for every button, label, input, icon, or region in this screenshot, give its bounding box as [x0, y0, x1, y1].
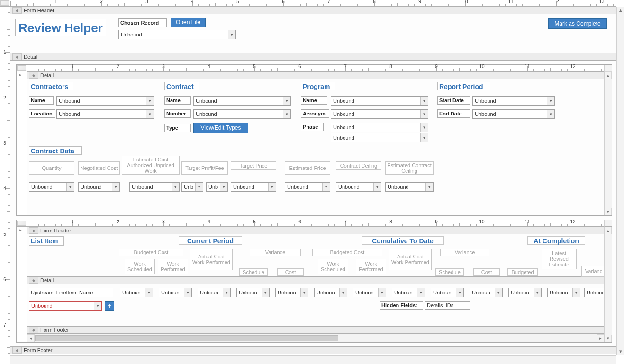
- chevron-down-icon[interactable]: [420, 110, 428, 118]
- scrollbar-down-arrow[interactable]: ▾: [605, 208, 612, 215]
- chevron-down-icon[interactable]: [145, 288, 153, 297]
- nested-subform[interactable]: 12345678910111213 Form Header List Item: [16, 220, 612, 343]
- chevron-down-icon[interactable]: [300, 288, 308, 297]
- cd-target-profit-combo-a[interactable]: Unb: [181, 182, 203, 192]
- variance-col[interactable]: Varianc: [581, 266, 606, 277]
- chevron-down-icon[interactable]: [456, 288, 463, 297]
- contract-name-label[interactable]: Name: [164, 96, 191, 105]
- report-period-heading[interactable]: Report Period: [437, 82, 490, 90]
- col-negotiated-cost[interactable]: Negotiated Cost: [78, 161, 120, 175]
- contract-heading[interactable]: Contract: [164, 82, 199, 90]
- nested-section-bar-footer[interactable]: Form Footer: [27, 326, 604, 334]
- contract-data-heading[interactable]: Contract Data: [29, 146, 82, 155]
- end-date-label[interactable]: End Date: [437, 109, 470, 118]
- program-name-combo[interactable]: Unbound: [331, 96, 428, 106]
- chevron-down-icon[interactable]: [547, 97, 554, 105]
- form-header-area[interactable]: Review Helper Chosen Record Open File Un…: [10, 14, 616, 53]
- detail-combo-1[interactable]: Unboun: [120, 288, 153, 297]
- nested-subform-scrollbar-h[interactable]: ◂ ▸: [27, 334, 604, 342]
- end-date-combo[interactable]: Unbound: [472, 109, 555, 119]
- work-scheduled-1[interactable]: Work Scheduled: [125, 259, 155, 274]
- scrollbar-down-arrow[interactable]: ▾: [617, 348, 624, 355]
- main-subform[interactable]: 12345678910111213 Detail Contractors: [16, 64, 612, 216]
- chevron-down-icon[interactable]: [339, 288, 347, 297]
- col-target-profit[interactable]: Target Profit/Fee: [181, 161, 228, 175]
- chevron-down-icon[interactable]: [262, 288, 269, 297]
- chevron-down-icon[interactable]: [112, 183, 119, 191]
- cd-est-auw-combo[interactable]: Unbound: [129, 182, 180, 192]
- cd-target-profit-combo-b[interactable]: Unb: [206, 182, 228, 192]
- cumulative-heading[interactable]: Cumulative To Date: [362, 236, 444, 245]
- scrollbar-down-arrow[interactable]: ▾: [605, 335, 612, 342]
- detail-area[interactable]: 12345678910111213 Detail Contractors: [10, 61, 616, 346]
- program-extra-combo[interactable]: Unbound: [331, 133, 428, 142]
- nested-section-bar-detail[interactable]: Detail: [27, 276, 604, 284]
- contract-number-label[interactable]: Number: [164, 109, 191, 118]
- contractors-location-label[interactable]: Location: [29, 109, 55, 118]
- nested-subform-scrollbar-v[interactable]: ▴ ▾: [604, 227, 612, 342]
- contractors-heading[interactable]: Contractors: [29, 82, 73, 90]
- work-scheduled-2[interactable]: Work Scheduled: [318, 259, 348, 274]
- chevron-down-icon[interactable]: [495, 288, 502, 297]
- scrollbar-up-arrow[interactable]: ▴: [605, 227, 612, 234]
- detail-combo-10[interactable]: Unboun: [470, 288, 503, 297]
- cd-est-ceiling-combo[interactable]: Unbound: [385, 182, 434, 192]
- chevron-down-icon[interactable]: [378, 288, 386, 297]
- detail-combo-5[interactable]: Unboun: [275, 288, 308, 297]
- unbound-red-combo[interactable]: Unbound: [29, 301, 102, 311]
- nested-section-bar-header[interactable]: Form Header: [27, 227, 604, 234]
- col-est-contract-ceiling[interactable]: Estimated Contract Ceiling: [385, 161, 434, 175]
- chevron-down-icon[interactable]: [146, 97, 154, 105]
- detail-combo-8[interactable]: Unboun: [392, 288, 425, 297]
- hidden-fields-label[interactable]: Hidden Fields:: [380, 301, 423, 310]
- chosen-record-combo[interactable]: Unbound: [118, 30, 236, 39]
- scrollbar-up-arrow[interactable]: ▴: [617, 7, 624, 14]
- subform-section-bar-detail[interactable]: Detail: [27, 71, 604, 79]
- col-contract-ceiling[interactable]: Contract Ceiling: [336, 161, 381, 170]
- latest-revised-label[interactable]: Latest Revised Estimate: [542, 249, 577, 269]
- chevron-down-icon[interactable]: [547, 110, 554, 118]
- ruler-horizontal[interactable]: 1234567891011121314: [10, 0, 616, 7]
- budgeted-cost-label-1[interactable]: Budgeted Cost: [119, 249, 183, 256]
- subform-ruler-h[interactable]: 12345678910111213: [27, 65, 604, 71]
- chevron-down-icon[interactable]: [146, 110, 154, 118]
- program-name-label[interactable]: Name: [301, 96, 327, 105]
- cost-2[interactable]: Cost: [473, 268, 500, 276]
- view-edit-types-button[interactable]: View/Edit Types: [193, 123, 248, 133]
- design-canvas[interactable]: Form Header Review Helper Chosen Record …: [10, 7, 616, 355]
- program-acronym-label[interactable]: Acronym: [301, 109, 329, 118]
- chevron-down-icon[interactable]: [283, 97, 290, 105]
- open-file-button[interactable]: Open File: [171, 18, 206, 27]
- chevron-down-icon[interactable]: [420, 133, 428, 142]
- cd-est-price-combo[interactable]: Unbound: [285, 182, 330, 192]
- detail-combo-12[interactable]: Unboun: [547, 288, 580, 297]
- detail-combo-3[interactable]: Unboun: [198, 288, 231, 297]
- chevron-down-icon[interactable]: [184, 288, 191, 297]
- chevron-down-icon[interactable]: [195, 183, 203, 191]
- contractors-name-label[interactable]: Name: [29, 96, 54, 105]
- chevron-down-icon[interactable]: [425, 183, 433, 191]
- start-date-label[interactable]: Start Date: [437, 96, 470, 105]
- program-phase-label[interactable]: Phase: [301, 123, 324, 131]
- work-performed-2[interactable]: Work Performed: [356, 259, 386, 274]
- scrollbar-vertical[interactable]: ▴ ▾: [616, 7, 624, 355]
- cd-negotiated-combo[interactable]: Unbound: [78, 182, 120, 192]
- work-performed-1[interactable]: Work Performed: [158, 259, 188, 274]
- section-bar-detail[interactable]: Detail: [10, 53, 616, 61]
- detail-combo-9[interactable]: Unboun: [431, 288, 464, 297]
- cd-target-price-combo[interactable]: Unbound: [231, 182, 276, 192]
- chevron-down-icon[interactable]: [268, 183, 276, 191]
- chevron-down-icon[interactable]: [223, 288, 230, 297]
- chevron-down-icon[interactable]: [220, 183, 227, 191]
- variance-label-2[interactable]: Variance: [440, 249, 489, 256]
- chevron-down-icon[interactable]: [572, 288, 580, 297]
- budgeted-cost-label-2[interactable]: Budgeted Cost: [312, 249, 382, 256]
- actual-cost-wp-label-1[interactable]: Actual Cost Work Performed: [190, 249, 233, 270]
- chevron-down-icon[interactable]: [534, 288, 541, 297]
- program-phase-combo[interactable]: Unbound: [331, 123, 428, 132]
- col-estimated-price[interactable]: Estimated Price: [285, 161, 330, 175]
- contract-type-label[interactable]: Type: [164, 124, 191, 132]
- detail-combo-4[interactable]: Unboun: [236, 288, 270, 297]
- mark-complete-button[interactable]: Mark as Complete: [548, 18, 607, 29]
- details-ids-textbox[interactable]: Details_IDs: [425, 301, 470, 310]
